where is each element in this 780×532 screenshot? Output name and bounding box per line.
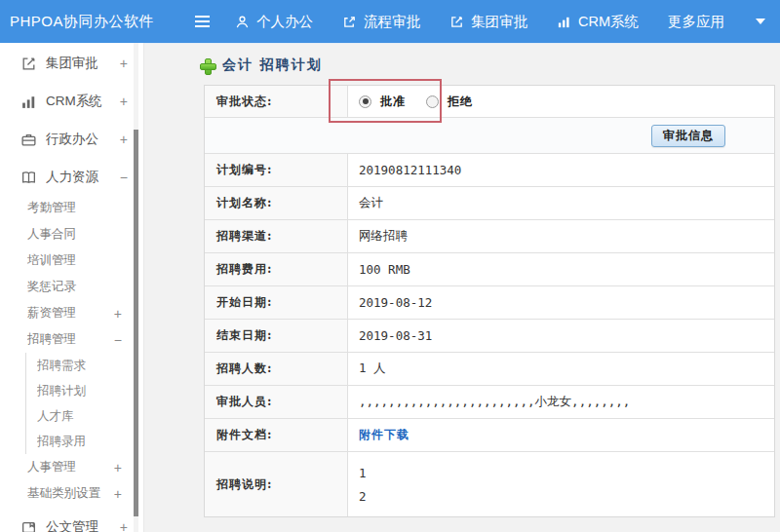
sidebar-item-base-category-settings[interactable]: 基础类别设置 + xyxy=(0,480,143,507)
page: PHPOA协同办公软件 个人办公 流程审批 xyxy=(0,0,780,532)
sidebar-label: 招聘需求 xyxy=(37,358,143,374)
sidebar-item-personnel-mgmt[interactable]: 人事管理 + xyxy=(0,454,143,480)
sidebar-label: 公文管理 xyxy=(46,518,116,532)
expand-toggle[interactable]: + xyxy=(114,486,122,502)
nav-label: 流程审批 xyxy=(364,13,420,31)
field-value: 会计 xyxy=(348,187,774,219)
sidebar-label: 招聘计划 xyxy=(37,383,143,399)
person-icon xyxy=(235,15,250,29)
status-row: 审批状态: 批准 拒绝 xyxy=(205,86,774,118)
field-value: ,,,,,,,,,,,,,,,,,,,,,,,,小龙女,,,,,,,, xyxy=(348,386,774,418)
nav-workflow-approval[interactable]: 流程审批 xyxy=(342,13,420,31)
field-label: 审批状态: xyxy=(205,86,348,117)
expand-toggle[interactable]: + xyxy=(114,306,122,322)
sidebar-label: 基础类别设置 xyxy=(27,485,110,502)
caret-down-icon xyxy=(756,19,765,24)
sidebar-item-recruit-mgmt[interactable]: 招聘管理 − xyxy=(0,326,143,353)
sidebar-label: 招聘管理 xyxy=(27,331,110,348)
field-label: 附件文档: xyxy=(205,419,348,451)
field-label: 计划名称: xyxy=(205,187,348,219)
nav-personal-office[interactable]: 个人办公 xyxy=(235,13,313,31)
sidebar-item-salary-mgmt[interactable]: 薪资管理 + xyxy=(0,300,143,326)
field-label: 审批人员: xyxy=(205,386,348,418)
table-row: 结束日期: 2019-08-31 xyxy=(205,320,774,353)
plus-icon xyxy=(200,58,214,73)
description-line: 1 xyxy=(359,466,367,480)
table-row: 开始日期: 2019-08-12 xyxy=(205,286,774,320)
approval-info-button[interactable]: 审批信息 xyxy=(651,125,725,147)
radio-approve-label: 批准 xyxy=(380,94,406,110)
expand-toggle[interactable]: + xyxy=(120,132,128,147)
sidebar-item-crm-system[interactable]: CRM系统 + xyxy=(0,84,143,119)
radio-approve[interactable] xyxy=(359,95,371,108)
sidebar-item-training-mgmt[interactable]: 培训管理 xyxy=(0,247,143,274)
sidebar-item-attendance-mgmt[interactable]: 考勤管理 xyxy=(0,195,143,221)
field-value: 100 RMB xyxy=(348,253,774,285)
sidebar-label: 奖惩记录 xyxy=(27,279,143,295)
field-label: 招聘人数: xyxy=(205,353,348,385)
collapse-toggle[interactable]: − xyxy=(120,170,128,185)
field-label: 计划编号: xyxy=(205,154,348,186)
approval-status-radio-group: 批准 拒绝 xyxy=(359,94,485,110)
main-content: 会计 招聘计划 审批状态: 批准 拒绝 审批信息 计划编号: xyxy=(144,43,780,532)
table-row: 招聘渠道: 网络招聘 xyxy=(205,220,774,253)
field-label: 开始日期: xyxy=(205,286,348,319)
sidebar-item-admin-office[interactable]: 行政办公 + xyxy=(0,122,143,157)
top-navigation: 个人办公 流程审批 集团审批 xyxy=(235,13,780,31)
expand-toggle[interactable]: + xyxy=(120,519,128,532)
sidebar-label: 薪资管理 xyxy=(27,305,110,322)
nav-group-approval[interactable]: 集团审批 xyxy=(449,13,527,31)
sidebar-item-reward-punish-record[interactable]: 奖惩记录 xyxy=(0,274,143,300)
recruit-submenu: 招聘需求 招聘计划 人才库 招聘录用 xyxy=(25,353,143,454)
attachment-download-link[interactable]: 附件下载 xyxy=(359,427,410,443)
workflow-icon xyxy=(342,15,357,29)
briefcase-icon xyxy=(20,132,37,148)
sidebar-item-talent-pool[interactable]: 人才库 xyxy=(26,403,143,429)
field-value: 2019-08-31 xyxy=(348,320,774,352)
more-apps-dropdown[interactable] xyxy=(754,19,765,24)
field-value: 20190812111340 xyxy=(348,154,774,186)
sidebar-item-hr-contract[interactable]: 人事合同 xyxy=(0,221,143,247)
sidebar-scrollbar-thumb[interactable] xyxy=(134,130,138,516)
sidebar-label: 集团审批 xyxy=(46,55,116,72)
sidebar-label: 培训管理 xyxy=(27,252,143,269)
table-row: 招聘费用: 100 RMB xyxy=(205,253,774,286)
sidebar-label: 考勤管理 xyxy=(27,200,143,216)
sidebar-item-recruit-plan[interactable]: 招聘计划 xyxy=(26,378,143,403)
sidebar-label: CRM系统 xyxy=(46,93,116,110)
expand-toggle[interactable]: + xyxy=(120,56,128,71)
page-title: 会计 招聘计划 xyxy=(222,57,323,74)
field-label: 结束日期: xyxy=(205,320,348,352)
sidebar-item-recruit-demand[interactable]: 招聘需求 xyxy=(26,353,143,378)
sidebar-item-human-resources[interactable]: 人力资源 − xyxy=(0,160,143,195)
nav-more-apps[interactable]: 更多应用 xyxy=(668,13,724,31)
sidebar-item-group-approval[interactable]: 集团审批 + xyxy=(0,46,143,81)
field-value: 2019-08-12 xyxy=(348,286,774,319)
radio-reject-label: 拒绝 xyxy=(448,94,473,110)
collapse-toggle[interactable]: − xyxy=(114,332,122,348)
expand-toggle[interactable]: + xyxy=(120,94,128,109)
sidebar-item-recruit-hire[interactable]: 招聘录用 xyxy=(26,429,143,454)
nav-crm-system[interactable]: CRM系统 xyxy=(557,13,639,31)
book-icon xyxy=(20,170,37,186)
hamburger-menu-icon[interactable] xyxy=(195,16,210,27)
app-brand: PHPOA协同办公软件 xyxy=(0,13,144,31)
description-line: 2 xyxy=(359,489,367,504)
button-row: 审批信息 xyxy=(205,118,774,154)
nav-label: 集团审批 xyxy=(471,13,527,31)
field-label: 招聘费用: xyxy=(205,253,348,285)
nav-label: 个人办公 xyxy=(256,13,313,31)
table-row: 招聘人数: 1 人 xyxy=(205,353,774,386)
sidebar-label: 人事合同 xyxy=(27,226,143,243)
field-value: 网络招聘 xyxy=(348,220,774,252)
table-row: 审批人员: ,,,,,,,,,,,,,,,,,,,,,,,,小龙女,,,,,,,… xyxy=(205,386,774,419)
radio-reject[interactable] xyxy=(426,95,439,108)
bar-chart-icon xyxy=(557,15,571,29)
sidebar: 集团审批 + CRM系统 + 行政办公 + 人力资源 − xyxy=(0,43,144,532)
edit-icon xyxy=(20,56,37,72)
table-row: 附件文档: 附件下载 xyxy=(205,419,774,452)
edit-icon xyxy=(449,15,464,29)
sidebar-item-document-mgmt[interactable]: 公文管理 + xyxy=(0,510,143,532)
expand-toggle[interactable]: + xyxy=(114,460,122,475)
recruit-plan-form: 审批状态: 批准 拒绝 审批信息 计划编号: 20190812111340 xyxy=(204,85,775,517)
